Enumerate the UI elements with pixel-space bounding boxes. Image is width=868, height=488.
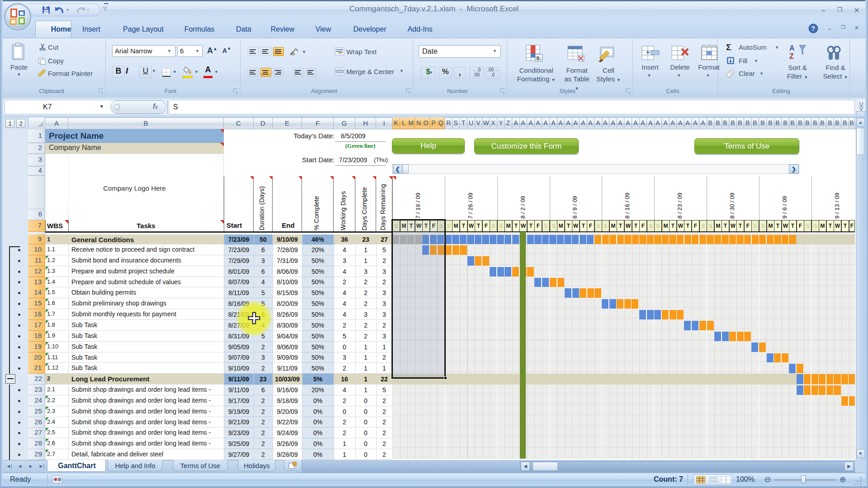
svg-text:S↓: S↓ <box>536 56 542 61</box>
svg-text:?: ? <box>811 25 816 32</box>
svg-text:A: A <box>789 44 795 52</box>
svg-text:ab: ab <box>290 52 295 56</box>
svg-text:Z: Z <box>789 52 794 60</box>
